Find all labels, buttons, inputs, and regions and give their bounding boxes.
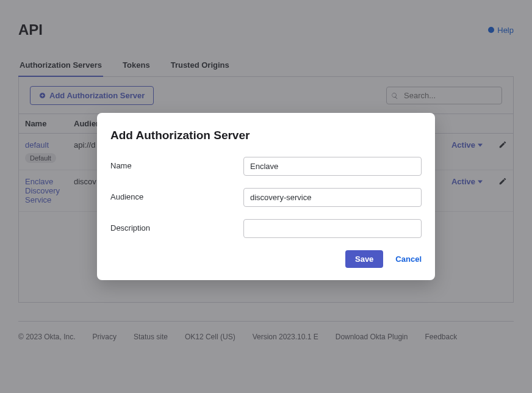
description-field[interactable] <box>243 219 422 238</box>
audience-field[interactable] <box>243 188 422 207</box>
audience-label: Audience <box>110 188 243 201</box>
cancel-button[interactable]: Cancel <box>395 254 422 264</box>
save-button[interactable]: Save <box>345 250 383 268</box>
description-label: Description <box>110 219 243 233</box>
modal-scrim[interactable]: Add Authorization Server Name Audience D… <box>0 0 532 393</box>
modal-title: Add Authorization Server <box>110 129 422 142</box>
name-label: Name <box>110 157 243 170</box>
add-server-modal: Add Authorization Server Name Audience D… <box>97 113 435 280</box>
name-field[interactable] <box>243 157 422 176</box>
